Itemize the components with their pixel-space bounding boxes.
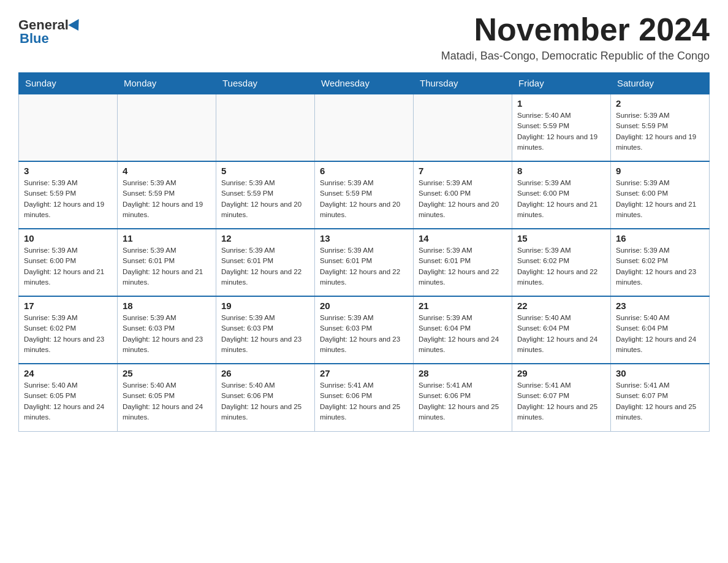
day-info: Sunrise: 5:40 AMSunset: 6:04 PMDaylight:…	[517, 313, 605, 355]
week-row-1: 1Sunrise: 5:40 AMSunset: 5:59 PMDaylight…	[19, 94, 710, 161]
day-info: Sunrise: 5:39 AMSunset: 6:01 PMDaylight:…	[419, 245, 507, 288]
day-info: Sunrise: 5:40 AMSunset: 6:04 PMDaylight:…	[616, 313, 704, 355]
calendar-cell-17: 17Sunrise: 5:39 AMSunset: 6:02 PMDayligh…	[19, 296, 118, 364]
day-number: 11	[123, 233, 211, 243]
day-number: 27	[320, 368, 408, 378]
calendar-cell-22: 22Sunrise: 5:40 AMSunset: 6:04 PMDayligh…	[512, 296, 611, 364]
day-info: Sunrise: 5:41 AMSunset: 6:06 PMDaylight:…	[320, 380, 408, 423]
day-number: 24	[24, 368, 112, 378]
day-number: 15	[517, 233, 605, 243]
day-info: Sunrise: 5:40 AMSunset: 6:06 PMDaylight:…	[221, 380, 309, 423]
day-number: 13	[320, 233, 408, 243]
day-number: 18	[123, 301, 211, 311]
week-row-4: 17Sunrise: 5:39 AMSunset: 6:02 PMDayligh…	[19, 296, 710, 364]
day-number: 7	[419, 166, 507, 176]
day-info: Sunrise: 5:39 AMSunset: 6:01 PMDaylight:…	[221, 245, 309, 288]
calendar-header-friday: Friday	[512, 73, 611, 94]
day-number: 9	[616, 166, 704, 176]
calendar-header-sunday: Sunday	[19, 73, 118, 94]
calendar-cell-25: 25Sunrise: 5:40 AMSunset: 6:05 PMDayligh…	[118, 364, 216, 431]
day-number: 8	[517, 166, 605, 176]
day-info: Sunrise: 5:39 AMSunset: 6:00 PMDaylight:…	[419, 178, 507, 220]
day-number: 17	[24, 301, 112, 311]
day-info: Sunrise: 5:40 AMSunset: 6:05 PMDaylight:…	[24, 380, 112, 423]
logo: General Blue	[18, 17, 82, 47]
day-info: Sunrise: 5:39 AMSunset: 6:01 PMDaylight:…	[320, 245, 408, 288]
calendar-cell-empty	[315, 94, 414, 161]
calendar-cell-7: 7Sunrise: 5:39 AMSunset: 6:00 PMDaylight…	[414, 161, 512, 229]
day-number: 4	[123, 166, 211, 176]
day-number: 21	[419, 301, 507, 311]
day-info: Sunrise: 5:39 AMSunset: 6:03 PMDaylight:…	[221, 313, 309, 355]
day-number: 29	[517, 368, 605, 378]
calendar-header-row: SundayMondayTuesdayWednesdayThursdayFrid…	[19, 73, 710, 94]
day-info: Sunrise: 5:39 AMSunset: 6:00 PMDaylight:…	[517, 178, 605, 220]
day-info: Sunrise: 5:39 AMSunset: 5:59 PMDaylight:…	[616, 110, 704, 153]
calendar-cell-2: 2Sunrise: 5:39 AMSunset: 5:59 PMDaylight…	[611, 94, 710, 161]
calendar-cell-21: 21Sunrise: 5:39 AMSunset: 6:04 PMDayligh…	[414, 296, 512, 364]
day-info: Sunrise: 5:39 AMSunset: 6:03 PMDaylight:…	[320, 313, 408, 355]
logo-arrow-icon	[68, 19, 83, 34]
calendar-header-monday: Monday	[118, 73, 216, 94]
day-number: 20	[320, 301, 408, 311]
calendar-cell-10: 10Sunrise: 5:39 AMSunset: 6:00 PMDayligh…	[19, 229, 118, 296]
calendar-cell-8: 8Sunrise: 5:39 AMSunset: 6:00 PMDaylight…	[512, 161, 611, 229]
month-title: November 2024	[441, 12, 710, 47]
location-subtitle: Matadi, Bas-Congo, Democratic Republic o…	[441, 50, 710, 63]
calendar-cell-empty	[414, 94, 512, 161]
calendar-cell-5: 5Sunrise: 5:39 AMSunset: 5:59 PMDaylight…	[216, 161, 315, 229]
day-number: 28	[419, 368, 507, 378]
calendar-cell-14: 14Sunrise: 5:39 AMSunset: 6:01 PMDayligh…	[414, 229, 512, 296]
calendar-cell-4: 4Sunrise: 5:39 AMSunset: 5:59 PMDaylight…	[118, 161, 216, 229]
day-info: Sunrise: 5:39 AMSunset: 6:02 PMDaylight:…	[24, 313, 112, 355]
day-info: Sunrise: 5:39 AMSunset: 6:01 PMDaylight:…	[123, 245, 211, 288]
calendar-header-wednesday: Wednesday	[315, 73, 414, 94]
calendar-cell-3: 3Sunrise: 5:39 AMSunset: 5:59 PMDaylight…	[19, 161, 118, 229]
calendar-cell-16: 16Sunrise: 5:39 AMSunset: 6:02 PMDayligh…	[611, 229, 710, 296]
title-block: November 2024 Matadi, Bas-Congo, Democra…	[441, 12, 710, 63]
day-number: 26	[221, 368, 309, 378]
calendar-table: SundayMondayTuesdayWednesdayThursdayFrid…	[18, 72, 710, 432]
day-number: 14	[419, 233, 507, 243]
calendar-cell-23: 23Sunrise: 5:40 AMSunset: 6:04 PMDayligh…	[611, 296, 710, 364]
day-info: Sunrise: 5:39 AMSunset: 6:03 PMDaylight:…	[123, 313, 211, 355]
day-number: 3	[24, 166, 112, 176]
calendar-cell-12: 12Sunrise: 5:39 AMSunset: 6:01 PMDayligh…	[216, 229, 315, 296]
day-number: 10	[24, 233, 112, 243]
day-number: 12	[221, 233, 309, 243]
day-info: Sunrise: 5:39 AMSunset: 5:59 PMDaylight:…	[24, 178, 112, 220]
calendar-cell-empty	[216, 94, 315, 161]
day-info: Sunrise: 5:39 AMSunset: 5:59 PMDaylight:…	[320, 178, 408, 220]
week-row-5: 24Sunrise: 5:40 AMSunset: 6:05 PMDayligh…	[19, 364, 710, 431]
day-number: 2	[616, 98, 704, 109]
day-number: 16	[616, 233, 704, 243]
day-number: 6	[320, 166, 408, 176]
calendar-cell-24: 24Sunrise: 5:40 AMSunset: 6:05 PMDayligh…	[19, 364, 118, 431]
day-info: Sunrise: 5:41 AMSunset: 6:07 PMDaylight:…	[517, 380, 605, 423]
day-info: Sunrise: 5:40 AMSunset: 6:05 PMDaylight:…	[123, 380, 211, 423]
day-number: 30	[616, 368, 704, 378]
day-info: Sunrise: 5:39 AMSunset: 5:59 PMDaylight:…	[123, 178, 211, 220]
day-number: 1	[517, 98, 605, 109]
day-info: Sunrise: 5:41 AMSunset: 6:07 PMDaylight:…	[616, 380, 704, 423]
calendar-cell-empty	[19, 94, 118, 161]
calendar-cell-9: 9Sunrise: 5:39 AMSunset: 6:00 PMDaylight…	[611, 161, 710, 229]
day-info: Sunrise: 5:39 AMSunset: 6:00 PMDaylight:…	[616, 178, 704, 220]
calendar-cell-27: 27Sunrise: 5:41 AMSunset: 6:06 PMDayligh…	[315, 364, 414, 431]
calendar-cell-11: 11Sunrise: 5:39 AMSunset: 6:01 PMDayligh…	[118, 229, 216, 296]
day-number: 25	[123, 368, 211, 378]
calendar-cell-13: 13Sunrise: 5:39 AMSunset: 6:01 PMDayligh…	[315, 229, 414, 296]
day-info: Sunrise: 5:40 AMSunset: 5:59 PMDaylight:…	[517, 110, 605, 153]
day-info: Sunrise: 5:39 AMSunset: 5:59 PMDaylight:…	[221, 178, 309, 220]
day-info: Sunrise: 5:39 AMSunset: 6:02 PMDaylight:…	[517, 245, 605, 288]
calendar-cell-18: 18Sunrise: 5:39 AMSunset: 6:03 PMDayligh…	[118, 296, 216, 364]
calendar-cell-6: 6Sunrise: 5:39 AMSunset: 5:59 PMDaylight…	[315, 161, 414, 229]
calendar-cell-30: 30Sunrise: 5:41 AMSunset: 6:07 PMDayligh…	[611, 364, 710, 431]
calendar-cell-19: 19Sunrise: 5:39 AMSunset: 6:03 PMDayligh…	[216, 296, 315, 364]
day-info: Sunrise: 5:39 AMSunset: 6:02 PMDaylight:…	[616, 245, 704, 288]
calendar-header-thursday: Thursday	[414, 73, 512, 94]
calendar-header-saturday: Saturday	[611, 73, 710, 94]
calendar-cell-15: 15Sunrise: 5:39 AMSunset: 6:02 PMDayligh…	[512, 229, 611, 296]
page-header: General Blue November 2024 Matadi, Bas-C…	[18, 12, 710, 63]
day-info: Sunrise: 5:41 AMSunset: 6:06 PMDaylight:…	[419, 380, 507, 423]
